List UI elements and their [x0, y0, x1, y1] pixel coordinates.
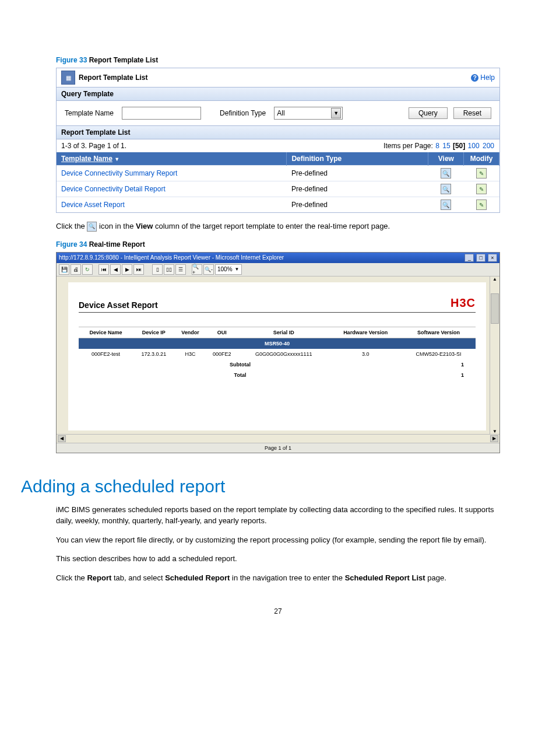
close-icon[interactable]: × — [488, 254, 497, 262]
paragraph: You can view the report file directly, o… — [56, 535, 500, 546]
col-template-name[interactable]: Template Name — [61, 155, 112, 163]
col-definition-type: Definition Type — [287, 152, 428, 166]
instruction-view: Click the 🔍 icon in the View column of t… — [56, 221, 500, 232]
report-row: 000FE2-test 172.3.0.21 H3C 000FE2 G0G0G0… — [79, 349, 476, 359]
template-table: Template Name ▼ Definition Type View Mod… — [57, 152, 499, 212]
zoom-out-icon[interactable]: 🔍- — [203, 264, 214, 275]
maximize-icon[interactable]: □ — [476, 254, 485, 262]
chevron-down-icon: ▼ — [235, 267, 240, 272]
definition-type-select[interactable]: All ▼ — [274, 107, 343, 120]
table-row: Device Asset Report Pre-defined 🔍 ✎ — [57, 197, 499, 213]
template-link[interactable]: Device Connectivity Detail Report — [61, 185, 166, 193]
template-link[interactable]: Device Connectivity Summary Report — [61, 169, 177, 177]
help-link[interactable]: ? Help — [471, 74, 495, 82]
paragraph: Click the Report tab, and select Schedul… — [56, 573, 500, 584]
h3c-logo: H3C — [451, 296, 476, 310]
page-layout-icon[interactable]: ▯ — [152, 264, 163, 275]
ie-window-title: http://172.8.9.125:8080 - Intelligent An… — [59, 254, 284, 261]
ipp-50: [50] — [453, 142, 465, 150]
table-row: Device Connectivity Detail Report Pre-de… — [57, 181, 499, 197]
horizontal-scrollbar[interactable]: ◀▶ — [57, 434, 499, 443]
minimize-icon[interactable]: _ — [464, 254, 474, 262]
report-template-panel: ▦ Report Template List ? Help Query Temp… — [56, 68, 500, 213]
template-name-label: Template Name — [65, 109, 114, 117]
page-number: 27 — [56, 607, 500, 615]
view-icon: 🔍 — [87, 222, 97, 232]
modify-icon[interactable]: ✎ — [476, 168, 487, 178]
col-view: View — [428, 152, 464, 166]
modify-icon[interactable]: ✎ — [476, 184, 487, 194]
help-icon: ? — [471, 74, 478, 82]
definition-type-label: Definition Type — [220, 109, 266, 117]
next-page-icon[interactable]: ▶ — [122, 264, 132, 275]
ipp-8[interactable]: 8 — [435, 142, 439, 150]
refresh-icon[interactable]: ↻ — [82, 264, 93, 275]
chevron-down-icon: ▼ — [331, 108, 341, 118]
figure-33-caption: Figure 33 Report Template List — [56, 56, 500, 64]
view-icon[interactable]: 🔍 — [441, 184, 451, 194]
paragraph: iMC BIMS generates scheduled reports bas… — [56, 505, 500, 527]
save-icon[interactable]: 💾 — [59, 264, 69, 275]
print-icon[interactable]: 🖨 — [71, 264, 81, 275]
ipp-100[interactable]: 100 — [468, 142, 480, 150]
report-page-indicator: Page 1 of 1 — [265, 445, 291, 451]
report-template-list-header: Report Template List — [57, 125, 499, 139]
report-list-icon: ▦ — [61, 71, 75, 85]
template-link[interactable]: Device Asset Report — [61, 201, 125, 209]
report-table: Device Name Device IP Vendor OUI Serial … — [79, 327, 476, 380]
col-modify: Modify — [464, 152, 499, 166]
paragraph: This section describes how to add a sche… — [56, 554, 500, 565]
two-page-icon[interactable]: ▯▯ — [164, 264, 174, 275]
report-viewer-toolbar: 💾 🖨 ↻ ⏮ ◀ ▶ ⏭ ▯ ▯▯ ☰ 🔍+ 🔍- 100% ▼ — [57, 263, 499, 276]
prev-page-icon[interactable]: ◀ — [110, 264, 121, 275]
sort-desc-icon: ▼ — [114, 156, 119, 162]
continuous-icon[interactable]: ☰ — [175, 264, 186, 275]
ie-window: http://172.8.9.125:8080 - Intelligent An… — [56, 252, 500, 453]
ipp-200[interactable]: 200 — [483, 142, 494, 150]
panel-title: Report Template List — [79, 74, 147, 82]
figure-34-caption: Figure 34 Real-time Report — [56, 240, 500, 249]
zoom-select[interactable]: 100% ▼ — [215, 264, 242, 275]
view-icon[interactable]: 🔍 — [441, 168, 451, 178]
items-per-page: Items per Page: 8 15 [50] 100 200 — [383, 142, 495, 150]
query-button[interactable]: Query — [409, 107, 448, 119]
reset-button[interactable]: Reset — [453, 107, 491, 119]
report-group: MSR50-40 — [79, 338, 476, 349]
view-icon[interactable]: 🔍 — [441, 200, 451, 210]
section-heading: Adding a scheduled report — [21, 477, 500, 496]
template-name-input[interactable] — [122, 107, 201, 120]
pager-summary: 1-3 of 3. Page 1 of 1. — [61, 142, 126, 150]
table-row: Device Connectivity Summary Report Pre-d… — [57, 166, 499, 181]
query-template-header: Query Template — [57, 87, 499, 101]
first-page-icon[interactable]: ⏮ — [98, 264, 109, 275]
ipp-15[interactable]: 15 — [442, 142, 450, 150]
report-title: Device Asset Report — [79, 300, 158, 310]
vertical-scrollbar[interactable]: ▲ ▼ — [490, 276, 499, 434]
modify-icon[interactable]: ✎ — [476, 200, 487, 210]
zoom-in-icon[interactable]: 🔍+ — [192, 264, 202, 275]
last-page-icon[interactable]: ⏭ — [133, 264, 144, 275]
report-page: Device Asset Report H3C Device Name Devi… — [68, 282, 486, 430]
